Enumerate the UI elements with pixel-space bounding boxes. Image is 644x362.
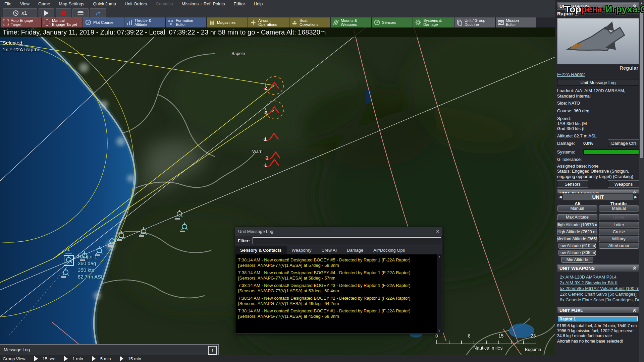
toolbar-manual-engage-target[interactable]: ManualEngage Target	[42, 17, 83, 27]
svg-text:2: 2	[264, 110, 267, 115]
weapon-link-amraam[interactable]: 2x AIM-120D AMRAAM P3I.4	[560, 275, 639, 280]
speed-tas: TAS 350 kts (M	[557, 121, 639, 126]
time-text: Time: Friday, January 11, 2019 - Zulu: 0…	[0, 28, 326, 36]
step-15min[interactable]: 15 min	[128, 356, 141, 361]
min-altitude-button[interactable]: Min Altitude	[561, 257, 593, 263]
menu-file[interactable]: File	[0, 1, 16, 6]
tab-damage[interactable]: Damage	[342, 246, 368, 254]
message-log-bar[interactable]: Message Log ↑	[0, 344, 219, 355]
damage-ctrl-button[interactable]: Damage Ctrl	[608, 140, 639, 147]
menu-missions-ref-points[interactable]: Missions + Ref. Points	[177, 1, 229, 6]
close-icon[interactable]: ×	[436, 229, 439, 234]
scroll-up-icon[interactable]: ∧	[437, 255, 442, 259]
high-altitude-7620-button[interactable]: High Altitude (7620 m)	[557, 229, 597, 235]
mission-editor-icon	[497, 19, 504, 26]
filter-row: Filter:	[235, 236, 442, 246]
unit-fuel-header[interactable]: UNIT FUEL	[557, 307, 639, 314]
proficiency-label: Regular	[620, 65, 638, 71]
doctrine-icon	[456, 19, 463, 26]
toolbar-formation-editor[interactable]: FormationEditor	[166, 17, 206, 27]
tab-crew-ai[interactable]: Crew AI	[317, 246, 342, 254]
max-altitude-button[interactable]: Max Altitude	[557, 214, 597, 220]
toolbar-sensors[interactable]: Sensors	[372, 17, 413, 27]
step-1min[interactable]: 1 min	[72, 356, 83, 361]
toolbar-aircraft-operations[interactable]: AircraftOperations	[248, 17, 289, 27]
collapse-icon[interactable]	[633, 266, 637, 270]
throttle-manual-button[interactable]: Manual	[599, 205, 639, 212]
app-window: 2 2 1 1 1	[0, 0, 644, 362]
toolbar-unit-group-doctrine[interactable]: Unit / GroupDoctrine	[454, 17, 495, 27]
side-text: Side: NATO	[557, 101, 639, 106]
map-layers-button[interactable]	[72, 8, 89, 17]
scrollbar-thumb[interactable]	[640, 7, 643, 158]
menu-editor[interactable]: Editor	[229, 1, 250, 6]
fuel-unit-selected-row[interactable]: Raptor 1	[558, 316, 638, 321]
toolbar-mounts-weapons[interactable]: Mounts &Weapons	[331, 17, 371, 27]
unit-message-log-dialog[interactable]: Unit Message Log × Filter: Sensory & Con…	[235, 227, 443, 334]
toolbar-magazines[interactable]: Magazines	[207, 17, 248, 27]
menu-quick-jump[interactable]: Quick Jump	[89, 1, 120, 6]
toolbar-mission-editor[interactable]: MissionEditor	[496, 17, 536, 27]
play-icon[interactable]	[120, 356, 123, 361]
time-speed-label: x1	[21, 10, 27, 16]
loadout-text: Loadout: A/A: AIM-120D AMRAAM, Standard …	[557, 88, 639, 99]
tab-sensory-contacts[interactable]: Sensory & Contacts	[235, 246, 287, 254]
toolbar-throttle-altitude[interactable]: Throttle &Altitude	[124, 17, 165, 27]
scroll-down-icon[interactable]: ∨	[437, 328, 442, 333]
menu-help[interactable]: Help	[250, 1, 267, 6]
toolbar-plot-course[interactable]: Plot Course	[83, 17, 124, 27]
tab-air-docking-ops[interactable]: Air/Docking Ops	[368, 246, 410, 254]
fuel-total: 9199.6 kg total fuel, 4 hr 24 min, 1540.…	[557, 323, 639, 328]
afterburner-button[interactable]: Afterburner	[599, 243, 639, 249]
weapon-link-vulcan[interactable]: 5x 20mm/85 M61A2 Vulcan Burst [100 rnds	[560, 286, 639, 291]
unit-type-link[interactable]: F-22A Raptor	[557, 72, 585, 77]
play-icon[interactable]	[64, 356, 68, 361]
damage-value: 0.0%	[583, 141, 610, 146]
collapse-icon[interactable]	[633, 308, 637, 312]
medium-altitude-button[interactable]: Medium Altitude (3658	[557, 236, 597, 242]
dialog-title-bar[interactable]: Unit Message Log ×	[235, 227, 442, 236]
step-5min[interactable]: 5 min	[100, 356, 111, 361]
toolbar-boat-operations[interactable]: BoatOperations	[289, 17, 330, 27]
menu-unit-orders[interactable]: Unit Orders	[120, 1, 151, 6]
svg-text:2: 2	[264, 85, 267, 91]
toolbar-systems-damage[interactable]: Systems &Damage	[413, 17, 454, 27]
menu-map-settings[interactable]: Map Settings	[54, 1, 89, 6]
unit-weapons-header[interactable]: UNIT WEAPONS	[557, 265, 639, 272]
tab-weaponry[interactable]: Weaponry	[287, 246, 317, 254]
dialog-tabs: Sensory & Contacts Weaponry Crew AI Dama…	[235, 246, 442, 254]
menu-view[interactable]: View	[16, 1, 34, 6]
weapons-button[interactable]: Weapons	[608, 181, 639, 187]
course-text: Course: 360 deg	[557, 108, 639, 114]
step-15sec[interactable]: 15 sec	[43, 356, 55, 361]
filter-input[interactable]	[253, 237, 441, 244]
jump-to-button[interactable]	[90, 8, 106, 17]
weapon-link-chaff[interactable]: 12x Generic Chaff Salvo [5x Cartridges]	[560, 292, 639, 297]
alt-manual-button[interactable]: Manual	[557, 205, 597, 212]
sensors-button[interactable]: Sensors	[557, 181, 588, 187]
auto-engage-icon	[2, 19, 9, 26]
scope-label: UNIT	[557, 194, 639, 200]
menu-game[interactable]: Game	[34, 1, 54, 6]
military-button[interactable]: Military	[599, 236, 639, 242]
unit-message-log-button[interactable]: Unit Message Log	[557, 79, 639, 86]
low-altitude-305-button[interactable]: Low Altitude (305 m)	[558, 250, 596, 256]
log-message: 7:38:14 AM - New contact! Designated BOG…	[238, 308, 434, 319]
weapon-link-sidewinder[interactable]: 2x AIM-9X-2 Sidewinder Blk II	[560, 280, 639, 285]
panel-scrollbar[interactable]: ▲	[639, 0, 644, 362]
low-altitude-610-button[interactable]: Low Altitude (610 m)	[558, 243, 596, 249]
expand-log-button[interactable]: ↑	[208, 346, 217, 355]
play-icon[interactable]	[92, 356, 96, 361]
loiter-button[interactable]: Loiter	[599, 222, 639, 228]
record-button[interactable]	[56, 8, 71, 17]
play-icon[interactable]	[34, 356, 38, 361]
time-compression-button[interactable]: x1	[3, 8, 37, 17]
weapon-link-flare[interactable]: 8x Generic Flare Salvo [3x Cartridges, D…	[560, 297, 639, 302]
cruise-button[interactable]: Cruise	[599, 229, 639, 235]
high-altitude-10973-button[interactable]: High Altitude (10973 m	[557, 222, 597, 228]
scope-next-button[interactable]: ▶	[633, 194, 639, 200]
dialog-scrollbar[interactable]: ∧ ∨	[437, 254, 442, 333]
run-button[interactable]	[39, 8, 54, 17]
toolbar-auto-engage-target[interactable]: Auto EngageTarget	[1, 17, 41, 27]
group-view-label[interactable]: Group View	[3, 356, 25, 361]
